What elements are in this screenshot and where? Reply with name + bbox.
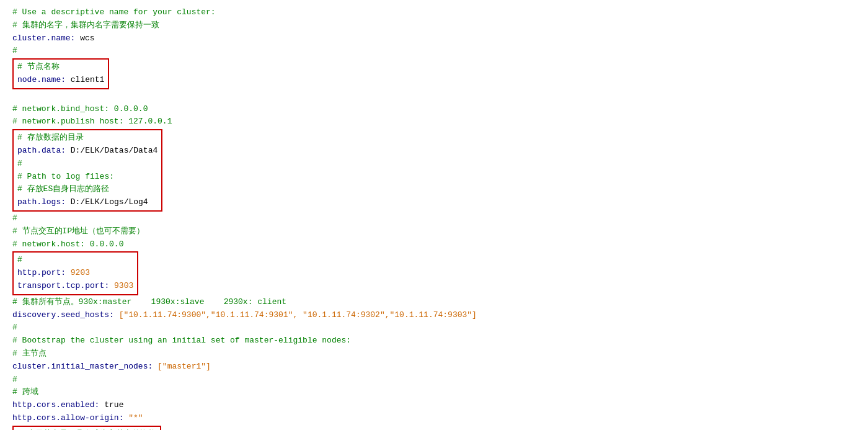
config-value: wcs [75, 34, 94, 43]
config-key: path.data: [17, 146, 66, 155]
config-value: 9303 [109, 281, 133, 290]
hash-line: # [17, 255, 22, 264]
comment-line: # 节点交互的IP地址（也可不需要） [12, 226, 144, 236]
config-key: http.port: [17, 268, 66, 277]
config-key: http.cors.allow-origin: [12, 413, 123, 423]
comment-line: # network.bind_host: 0.0.0.0 [12, 104, 148, 114]
config-value: ["master1"] [153, 362, 211, 371]
config-value: 9203 [66, 268, 90, 277]
comment-line: # 存放数据的目录 [17, 133, 84, 142]
code-editor: # Use a descriptive name for your cluste… [12, 6, 856, 430]
config-value: D:/ELK/Datas/Data4 [66, 146, 157, 155]
hash-line: # [17, 159, 22, 168]
highlighted-box-box1: # 节点名称node.name: client1 [12, 58, 109, 89]
config-value: client1 [66, 75, 104, 84]
comment-line: # 节点名称 [17, 62, 60, 71]
comment-line: # network.host: 0.0.0.0 [12, 240, 123, 249]
config-key: transport.tcp.port: [17, 281, 109, 290]
comment-line: # 主节点 [12, 349, 46, 358]
config-key: path.logs: [17, 197, 66, 207]
highlighted-box-box3: #http.port: 9203transport.tcp.port: 9303 [12, 251, 138, 295]
comment-line: # 存放ES自身日志的路径 [17, 184, 109, 194]
comment-line: # 集群的名字，集群内名字需要保持一致 [12, 20, 159, 30]
comment-line: # Path to log files: [17, 172, 114, 181]
hash-line: # [12, 323, 17, 332]
hash-line: # [12, 213, 17, 223]
config-key: node.name: [17, 75, 66, 84]
highlighted-box-box2: # 存放数据的目录path.data: D:/ELK/Datas/Data4##… [12, 129, 162, 212]
comment-line: # network.publish host: 127.0.0.1 [12, 117, 172, 126]
config-key: discovery.seed_hosts: [12, 310, 114, 320]
comment-line: # 集群所有节点。930x:master 1930x:slave 2930x: … [12, 297, 286, 307]
comment-line: # Bootstrap the cluster using an initial… [12, 336, 351, 345]
comment-line: # 跨域 [12, 387, 38, 396]
comment-line: # Use a descriptive name for your cluste… [12, 7, 216, 17]
config-key: http.cors.enabled: [12, 400, 99, 410]
hash-line: # [12, 46, 17, 55]
config-value: true [99, 400, 123, 410]
config-value: ["10.1.11.74:9300","10.1.11.74:9301", "1… [114, 310, 477, 320]
config-key: cluster.initial_master_nodes: [12, 362, 153, 371]
highlighted-box-box4: # 表示节点是否具有成为主节点的资格node.master: false# 表示… [12, 426, 161, 430]
hash-line: # [12, 375, 17, 384]
config-key: cluster.name: [12, 34, 75, 43]
config-value: D:/ELK/Logs/Log4 [66, 197, 148, 207]
config-value: "*" [123, 413, 143, 423]
